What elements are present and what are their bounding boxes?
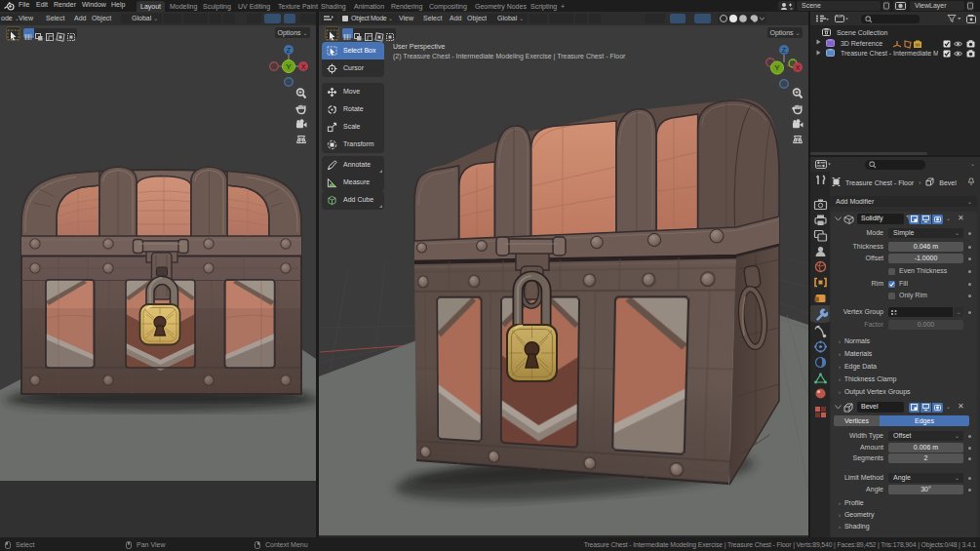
svg-text:Y: Y: [774, 63, 780, 72]
svg-text:X: X: [301, 63, 306, 70]
svg-text:Z: Z: [287, 47, 292, 54]
svg-text:Y: Y: [286, 62, 292, 71]
svg-text:X: X: [796, 64, 801, 71]
svg-text:Z: Z: [782, 47, 787, 54]
